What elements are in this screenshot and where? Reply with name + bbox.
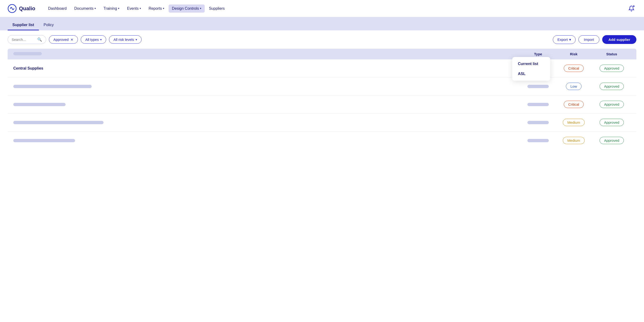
table-row[interactable]: Medium Approved xyxy=(8,132,636,149)
row-status-cell: Approved xyxy=(593,137,631,144)
approved-filter-label: Approved xyxy=(54,38,69,42)
status-badge-approved: Approved xyxy=(600,83,624,90)
all-types-filter-label: All types xyxy=(85,38,99,42)
nav-reports-label: Reports xyxy=(149,6,162,11)
logo-text: Qualio xyxy=(19,6,35,12)
nav-item-reports[interactable]: Reports ▾ xyxy=(145,4,168,12)
add-supplier-button[interactable]: Add supplier xyxy=(602,35,636,44)
search-icon: 🔍 xyxy=(37,37,42,42)
all-types-filter-button[interactable]: All types ▾ xyxy=(81,36,106,44)
name-placeholder xyxy=(13,121,104,124)
name-placeholder xyxy=(13,139,75,142)
toolbar: 🔍 Approved ✕ All types ▾ All risk levels… xyxy=(0,30,644,49)
logo[interactable]: Qualio xyxy=(8,4,35,13)
nav-item-documents[interactable]: Documents ▾ xyxy=(71,4,99,12)
row-risk-cell: Medium xyxy=(555,119,593,126)
row-status-cell: Approved xyxy=(593,83,631,90)
chevron-down-icon: ▾ xyxy=(163,7,164,10)
tab-policy[interactable]: Policy xyxy=(39,20,59,30)
all-risk-levels-filter-button[interactable]: All risk levels ▾ xyxy=(109,36,142,44)
row-status-cell: Approved xyxy=(593,119,631,126)
remove-approved-filter-icon[interactable]: ✕ xyxy=(70,38,74,42)
chevron-down-icon: ▾ xyxy=(94,7,96,10)
row-type-cell xyxy=(522,121,555,124)
navbar: Qualio Dashboard Documents ▾ Training ▾ … xyxy=(0,0,644,17)
row-risk-cell: Critical xyxy=(555,101,593,108)
export-label: Export xyxy=(557,38,568,42)
row-supplier-name: Central Supplies xyxy=(13,66,522,70)
nav-item-design-controls[interactable]: Design Controls ▾ xyxy=(168,4,205,12)
row-risk-cell: Medium xyxy=(555,137,593,144)
header-placeholder xyxy=(13,52,42,55)
chevron-down-icon: ▾ xyxy=(136,38,137,41)
import-button[interactable]: Import xyxy=(578,36,600,44)
chevron-down-icon: ▾ xyxy=(140,7,141,10)
risk-badge-critical: Critical xyxy=(564,64,584,72)
approved-filter-button[interactable]: Approved ✕ xyxy=(49,36,78,44)
nav-training-label: Training xyxy=(104,6,117,11)
type-placeholder xyxy=(528,139,549,142)
search-box[interactable]: 🔍 xyxy=(8,35,46,44)
chevron-down-icon: ▾ xyxy=(100,38,102,41)
status-badge-approved: Approved xyxy=(600,101,624,108)
row-status-cell: Approved xyxy=(593,101,631,108)
risk-badge-low: Low xyxy=(566,83,582,90)
all-risk-levels-filter-label: All risk levels xyxy=(114,38,134,42)
nav-documents-label: Documents xyxy=(74,6,94,11)
nav-suppliers-label: Suppliers xyxy=(209,6,225,11)
table-row[interactable]: Critical Approved xyxy=(8,96,636,114)
column-header-name xyxy=(13,52,522,56)
name-placeholder xyxy=(13,85,92,88)
export-current-list-item[interactable]: Current list xyxy=(512,59,550,69)
status-badge-approved: Approved xyxy=(600,119,624,126)
column-header-risk: Risk xyxy=(555,52,593,56)
row-supplier-name-placeholder xyxy=(13,103,522,106)
row-status-cell: Approved xyxy=(593,64,631,72)
row-supplier-name-placeholder xyxy=(13,121,522,124)
nav-right xyxy=(626,4,636,14)
nav-links: Dashboard Documents ▾ Training ▾ Events … xyxy=(45,4,626,12)
nav-item-training[interactable]: Training ▾ xyxy=(100,4,123,12)
risk-badge-critical: Critical xyxy=(564,101,584,108)
column-header-status: Status xyxy=(593,52,631,56)
column-header-type: Type xyxy=(522,52,555,56)
add-supplier-label: Add supplier xyxy=(608,38,630,42)
row-risk-cell: Low xyxy=(555,83,593,90)
notification-dot xyxy=(632,5,635,7)
risk-badge-medium: Medium xyxy=(563,137,584,144)
row-risk-cell: Critical xyxy=(555,64,593,72)
notification-bell-button[interactable] xyxy=(626,4,636,14)
export-dropdown: Current list ASL xyxy=(512,57,550,81)
type-placeholder xyxy=(528,85,549,88)
status-badge-approved: Approved xyxy=(600,137,624,144)
logo-icon xyxy=(8,4,16,13)
row-type-cell xyxy=(522,139,555,142)
name-placeholder xyxy=(13,103,66,106)
search-input[interactable] xyxy=(12,38,36,42)
nav-design-controls-label: Design Controls xyxy=(172,6,199,11)
row-supplier-name-placeholder xyxy=(13,139,522,142)
tab-bar: Supplier list Policy xyxy=(0,17,644,30)
import-label: Import xyxy=(584,38,594,42)
type-placeholder xyxy=(528,103,549,106)
nav-dashboard-label: Dashboard xyxy=(48,6,66,11)
risk-badge-medium: Medium xyxy=(563,119,584,126)
nav-item-dashboard[interactable]: Dashboard xyxy=(45,4,70,12)
nav-events-label: Events xyxy=(127,6,139,11)
type-placeholder xyxy=(528,121,549,124)
row-supplier-name-placeholder xyxy=(13,85,522,88)
table-row[interactable]: Medium Approved xyxy=(8,114,636,132)
chevron-down-icon: ▾ xyxy=(118,7,120,10)
row-type-cell xyxy=(522,85,555,88)
nav-item-suppliers[interactable]: Suppliers xyxy=(206,4,228,12)
status-badge-approved: Approved xyxy=(600,64,624,72)
nav-item-events[interactable]: Events ▾ xyxy=(124,4,144,12)
export-asl-item[interactable]: ASL xyxy=(512,69,550,79)
chevron-down-icon: ▾ xyxy=(200,7,201,10)
row-type-cell xyxy=(522,103,555,106)
tab-supplier-list[interactable]: Supplier list xyxy=(8,20,39,30)
chevron-down-icon: ▾ xyxy=(569,38,571,42)
export-button[interactable]: Export ▾ xyxy=(553,36,575,44)
